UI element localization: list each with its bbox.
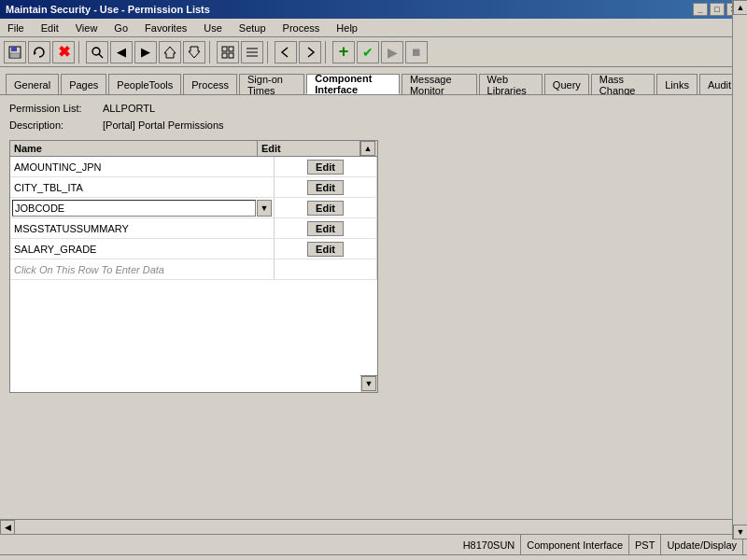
status-env: PST [629,535,661,554]
tab-component-interface[interactable]: Component Interface [306,74,400,94]
svg-rect-9 [229,47,233,51]
scroll-up-main[interactable]: ▲ [733,0,747,15]
tab-message-monitor[interactable]: Message Monitor [402,74,477,94]
run-button[interactable]: ▶ [381,41,403,63]
scroll-up-arrow[interactable]: ▲ [360,141,375,156]
menu-item-go[interactable]: Go [110,21,132,35]
cell-name-5: SALARY_GRADE [10,239,275,259]
cell-edit-1: Edit [275,157,377,176]
menu-bar: FileEditViewGoFavoritesUseSetupProcessHe… [0,19,747,37]
separator-3 [267,41,271,63]
scroll-left-arrow[interactable]: ◀ [0,520,15,535]
permission-list-row: Permission List: ALLPORTL [9,103,738,114]
menu-item-edit[interactable]: Edit [37,21,63,35]
svg-rect-10 [222,53,227,58]
tab-general[interactable]: General [6,74,59,94]
end-button[interactable] [183,41,205,63]
menu-item-view[interactable]: View [72,21,102,35]
stop-button[interactable]: ⏹ [405,41,428,63]
cell-name-1: AMOUNTINC_JPN [10,157,275,176]
title-bar-text: Maintain Security - Use - Permission Lis… [6,4,210,15]
table-row[interactable]: ▼ Edit [10,198,377,218]
menu-item-process[interactable]: Process [279,21,324,35]
cell-name-4: MSGSTATUSSUMMARY [10,218,275,238]
tab-links[interactable]: Links [656,74,698,94]
svg-rect-8 [222,47,227,51]
svg-marker-6 [164,47,176,58]
toolbar: ✖ ◀ ▶ + ✔ ▶ ⏹ [0,37,747,67]
cell-edit-5: Edit [275,239,377,259]
grid-header-edit: Edit [258,141,360,156]
menu-item-file[interactable]: File [4,21,28,35]
enter-data-row[interactable]: Click On This Row To Enter Data [10,259,377,280]
name-input-3[interactable] [12,200,256,217]
data-grid: Name Edit ▲ AMOUNTINC_JPN Edit CITY_TBL_… [9,140,378,393]
scroll-down-container: ▼ [360,375,377,392]
tab-sign-on-times[interactable]: Sign-on Times [239,74,304,94]
status-component: Component Interface [521,535,629,554]
grid-header: Name Edit ▲ [10,141,377,157]
back-button[interactable] [275,41,297,63]
cell-name-2: CITY_TBL_ITA [10,177,275,197]
menu-item-help[interactable]: Help [332,21,361,35]
scroll-track-main [733,15,747,525]
tab-peopletools[interactable]: PeopleTools [108,74,181,94]
description-label: Description: [9,119,103,131]
right-scrollbar[interactable]: ▲ ▼ [732,0,747,539]
svg-rect-11 [229,53,233,58]
dropdown-arrow-3[interactable]: ▼ [257,200,272,217]
tab-mass-change[interactable]: Mass Change [591,74,655,94]
dropdown-cell: ▼ [12,200,272,217]
tab-query[interactable]: Query [544,74,589,94]
scroll-down-main[interactable]: ▼ [733,525,747,539]
status-server: H8170SUN [458,535,522,554]
cell-edit-3: Edit [275,198,377,217]
home-button[interactable] [159,41,181,63]
permission-list-label: Permission List: [9,103,103,114]
status-bar: H8170SUN Component Interface PST Update/… [0,534,747,554]
bottom-scrollbar: ◀ ▶ [0,519,747,534]
edit-button-3[interactable]: Edit [307,201,344,216]
edit-button-4[interactable]: Edit [307,221,344,236]
svg-line-5 [99,54,103,58]
add-button[interactable]: + [332,41,355,63]
search-button[interactable] [86,41,108,63]
delete-button[interactable]: ✖ [52,41,75,63]
edit-button-1[interactable]: Edit [307,160,344,175]
minimize-button[interactable]: _ [693,3,708,16]
menu-item-favorites[interactable]: Favorites [141,21,190,35]
refresh-button[interactable] [28,41,50,63]
list-button[interactable] [241,41,263,63]
grid-empty-space [10,280,377,392]
table-row[interactable]: AMOUNTINC_JPN Edit [10,157,377,177]
enter-data-edit [275,259,377,279]
edit-button-5[interactable]: Edit [307,242,344,257]
tab-pages[interactable]: Pages [61,74,106,94]
table-row[interactable]: MSGSTATUSSUMMARY Edit [10,218,377,239]
title-bar: Maintain Security - Use - Permission Lis… [0,0,747,19]
tab-bar: GeneralPagesPeopleToolsProcessSign-on Ti… [0,67,747,95]
table-row[interactable]: SALARY_GRADE Edit [10,239,377,259]
grid-button[interactable] [217,41,239,63]
separator-1 [78,41,82,63]
tab-process[interactable]: Process [183,74,237,94]
cell-edit-2: Edit [275,177,377,197]
help-bar: For Help, click Help Topics on the Help … [0,554,747,560]
forward-button[interactable] [299,41,321,63]
svg-rect-1 [11,47,17,51]
scroll-down-arrow[interactable]: ▼ [361,376,376,391]
tab-web-libraries[interactable]: Web Libraries [479,74,543,94]
maximize-button[interactable]: □ [710,3,725,16]
cell-name-3[interactable]: ▼ [10,198,275,217]
check-button[interactable]: ✔ [357,41,379,63]
prev-button[interactable]: ◀ [110,41,133,63]
edit-button-2[interactable]: Edit [307,180,344,195]
menu-item-setup[interactable]: Setup [235,21,270,35]
table-row[interactable]: CITY_TBL_ITA Edit [10,177,377,198]
menu-item-use[interactable]: Use [200,21,226,35]
description-value: [Portal] Portal Permissions [103,119,224,131]
next-button[interactable]: ▶ [134,41,157,63]
permission-list-value: ALLPORTL [103,103,155,114]
save-button[interactable] [4,41,26,63]
status-mode: Update/Display [661,535,743,554]
